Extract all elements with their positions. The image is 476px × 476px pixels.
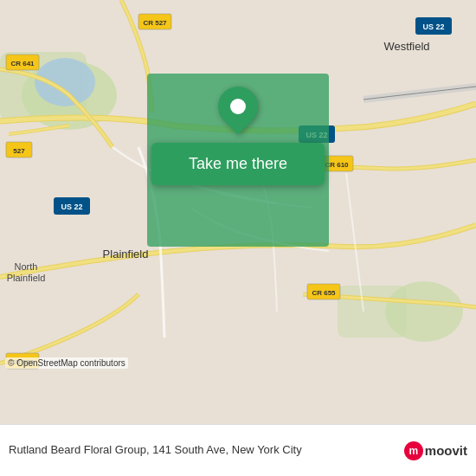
svg-text:US 22: US 22 [61, 203, 82, 211]
info-bar: Rutland Beard Floral Group, 141 South Av… [0, 424, 476, 476]
svg-text:527: 527 [13, 147, 25, 155]
svg-text:North: North [15, 261, 38, 272]
osm-credit: © OpenStreetMap contributors [5, 357, 128, 369]
svg-text:CR 641: CR 641 [10, 60, 35, 68]
svg-text:Westfield: Westfield [383, 40, 429, 53]
svg-text:Plainfield: Plainfield [103, 248, 149, 261]
take-me-there-button[interactable]: Take me there [151, 143, 325, 185]
svg-text:CR 527: CR 527 [143, 19, 167, 27]
svg-text:US 22: US 22 [422, 23, 444, 31]
map-container: US 22 US 22 US 22 CR 527 527 CR 641 CR 6… [0, 0, 476, 424]
svg-text:CR 655: CR 655 [312, 289, 336, 297]
moovit-text: moovit [425, 443, 467, 458]
moovit-logo: m moovit [404, 441, 467, 460]
location-pin [218, 87, 258, 126]
svg-point-5 [35, 58, 95, 106]
location-text: Rutland Beard Floral Group, 141 South Av… [9, 443, 404, 458]
svg-rect-4 [338, 286, 407, 338]
svg-text:Plainfield: Plainfield [7, 273, 46, 283]
moovit-icon: m [404, 441, 423, 460]
